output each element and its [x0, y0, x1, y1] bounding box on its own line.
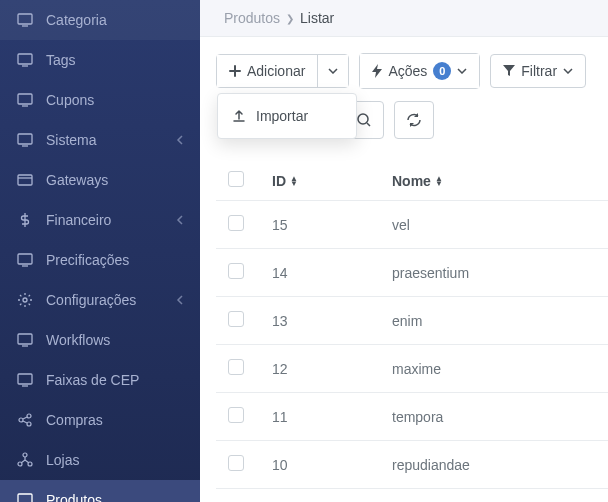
- monitor-icon: [16, 251, 34, 269]
- plus-icon: [229, 65, 241, 77]
- monitor-icon: [16, 11, 34, 29]
- select-all-checkbox[interactable]: [228, 171, 244, 187]
- sidebar-item-label: Workflows: [46, 332, 110, 348]
- cell-nome: rem: [380, 489, 608, 503]
- sort-icon: ▲▼: [290, 176, 298, 186]
- sidebar-item-label: Compras: [46, 412, 103, 428]
- refresh-icon: [406, 112, 422, 128]
- actions-button-group: Ações 0: [359, 53, 480, 89]
- monitor-icon: [16, 91, 34, 109]
- sidebar-item-workflows[interactable]: Workflows: [0, 320, 200, 360]
- column-header-nome[interactable]: Nome ▲▼: [392, 173, 443, 189]
- svg-point-12: [23, 453, 27, 457]
- sidebar-item-lojas[interactable]: Lojas: [0, 440, 200, 480]
- cell-nome: vel: [380, 201, 608, 249]
- chevron-down-icon: [328, 68, 338, 74]
- sidebar-item-categoria[interactable]: Categoria: [0, 0, 200, 40]
- sidebar-item-faixas-de-cep[interactable]: Faixas de CEP: [0, 360, 200, 400]
- add-button-group: Adicionar Importar: [216, 54, 349, 88]
- sidebar-item-precificações[interactable]: Precificações: [0, 240, 200, 280]
- share-icon: [16, 411, 34, 429]
- card-icon: [16, 171, 34, 189]
- cell-id: 14: [260, 249, 380, 297]
- sidebar-item-cupons[interactable]: Cupons: [0, 80, 200, 120]
- actions-label: Ações: [388, 63, 427, 79]
- table-row[interactable]: 12maxime: [216, 345, 608, 393]
- search-icon: [356, 112, 372, 128]
- add-caret-button[interactable]: [317, 55, 348, 87]
- row-checkbox[interactable]: [228, 359, 244, 375]
- filter-button[interactable]: Filtrar: [490, 54, 586, 88]
- funnel-icon: [503, 65, 515, 77]
- content-card: Adicionar Importar: [200, 36, 608, 502]
- main: Produtos ❯ Listar Adicionar: [200, 0, 608, 502]
- breadcrumb-sep: ❯: [286, 13, 294, 24]
- col-nome-label: Nome: [392, 173, 431, 189]
- row-checkbox[interactable]: [228, 407, 244, 423]
- cell-id: 10: [260, 441, 380, 489]
- add-button-label: Adicionar: [247, 63, 305, 79]
- import-menu-item[interactable]: Importar: [218, 100, 356, 132]
- sidebar-item-label: Tags: [46, 52, 76, 68]
- breadcrumb-current: Listar: [300, 10, 334, 26]
- row-checkbox[interactable]: [228, 311, 244, 327]
- table-row[interactable]: 10repudiandae: [216, 441, 608, 489]
- table-row[interactable]: 9rem: [216, 489, 608, 503]
- monitor-icon: [16, 131, 34, 149]
- cell-id: 13: [260, 297, 380, 345]
- cell-id: 15: [260, 201, 380, 249]
- svg-point-6: [23, 298, 27, 302]
- row-checkbox[interactable]: [228, 455, 244, 471]
- sidebar-item-financeiro[interactable]: Financeiro: [0, 200, 200, 240]
- sidebar-item-tags[interactable]: Tags: [0, 40, 200, 80]
- sidebar-item-label: Categoria: [46, 12, 107, 28]
- sidebar-item-label: Sistema: [46, 132, 97, 148]
- table-row[interactable]: 13enim: [216, 297, 608, 345]
- chevron-left-icon: [176, 295, 184, 305]
- breadcrumb-parent[interactable]: Produtos: [224, 10, 280, 26]
- filter-label: Filtrar: [521, 63, 557, 79]
- row-checkbox[interactable]: [228, 263, 244, 279]
- sidebar-item-gateways[interactable]: Gateways: [0, 160, 200, 200]
- sidebar-item-compras[interactable]: Compras: [0, 400, 200, 440]
- toolbar-row-2: [344, 101, 608, 139]
- add-button[interactable]: Adicionar: [217, 55, 317, 87]
- column-header-id[interactable]: ID ▲▼: [272, 173, 298, 189]
- actions-button[interactable]: Ações 0: [360, 54, 479, 88]
- cell-id: 9: [260, 489, 380, 503]
- monitor-icon: [16, 491, 34, 502]
- sidebar-item-label: Lojas: [46, 452, 79, 468]
- refresh-button[interactable]: [394, 101, 434, 139]
- breadcrumb: Produtos ❯ Listar: [200, 0, 608, 36]
- sidebar: CategoriaTagsCuponsSistemaGatewaysFinanc…: [0, 0, 200, 502]
- import-label: Importar: [256, 108, 308, 124]
- svg-point-11: [27, 422, 31, 426]
- sidebar-item-label: Financeiro: [46, 212, 111, 228]
- table-row[interactable]: 15vel: [216, 201, 608, 249]
- svg-rect-5: [18, 254, 32, 264]
- svg-rect-7: [18, 334, 32, 344]
- cell-nome: tempora: [380, 393, 608, 441]
- table-row[interactable]: 14praesentium: [216, 249, 608, 297]
- svg-point-9: [19, 418, 23, 422]
- sidebar-item-produtos[interactable]: Produtos: [0, 480, 200, 502]
- dollar-icon: [16, 211, 34, 229]
- monitor-icon: [16, 371, 34, 389]
- table-row[interactable]: 11tempora: [216, 393, 608, 441]
- cell-nome: repudiandae: [380, 441, 608, 489]
- svg-point-17: [358, 114, 368, 124]
- sidebar-item-sistema[interactable]: Sistema: [0, 120, 200, 160]
- svg-rect-15: [18, 494, 32, 502]
- chevron-down-icon: [563, 68, 573, 74]
- row-checkbox[interactable]: [228, 215, 244, 231]
- svg-point-10: [27, 414, 31, 418]
- upload-icon: [232, 109, 246, 123]
- sidebar-item-configurações[interactable]: Configurações: [0, 280, 200, 320]
- svg-rect-2: [18, 94, 32, 104]
- sidebar-item-label: Cupons: [46, 92, 94, 108]
- chevron-left-icon: [176, 135, 184, 145]
- sidebar-item-label: Faixas de CEP: [46, 372, 139, 388]
- svg-rect-3: [18, 134, 32, 144]
- svg-rect-0: [18, 14, 32, 24]
- actions-count-badge: 0: [433, 62, 451, 80]
